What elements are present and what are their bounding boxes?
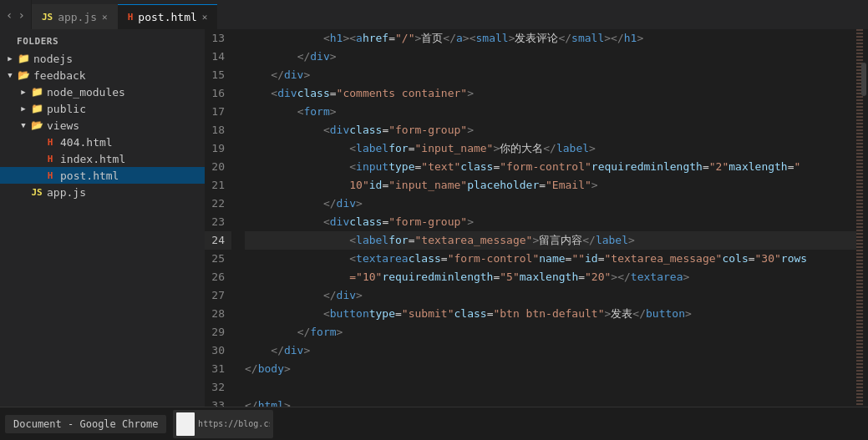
code-line-14: </div> (245, 48, 856, 66)
code-line-13: <h1><a href="/">首页</a> <small>发表评论</smal… (245, 29, 856, 48)
ln-28: 28 (205, 305, 231, 323)
nav-back[interactable]: ‹ (3, 8, 15, 22)
appjs-icon: JS (42, 12, 53, 23)
code-line-28: <button type="submit" class="btn btn-def… (245, 305, 856, 323)
ln-24: 24 (205, 231, 231, 250)
code-line-18: <div class="form-group"> (245, 121, 856, 139)
code-line-15: </div> (245, 66, 856, 84)
ln-16: 16 (205, 84, 231, 103)
tab-posthtml-close[interactable]: ✕ (202, 12, 208, 23)
code-line-25: <textarea class="form-control" name="" i… (245, 250, 856, 268)
feedback-arrow: ▼ (3, 71, 17, 79)
ln-27: 27 (205, 286, 231, 305)
code-line-22: </div> (245, 195, 856, 213)
ln-33: 33 (205, 397, 231, 407)
sidebar-item-node-modules[interactable]: ▶ 📁 node_modules (0, 83, 205, 100)
folder-icon-public: 📁 (30, 102, 43, 115)
sidebar-item-appjs[interactable]: ▶ JS app.js (0, 184, 205, 200)
ln-31: 31 (205, 360, 231, 378)
sidebar-label-404html: 404.html (60, 136, 113, 149)
taskbar-preview[interactable]: https://blog.csdn.net/weixin_4... (173, 410, 273, 438)
folder-icon-nodejs: 📁 (17, 52, 30, 65)
ln-23: 23 (205, 213, 231, 231)
code-line-19: <label for="input_name">你的大名</label> (245, 139, 856, 158)
views-arrow: ▼ (17, 121, 30, 129)
sidebar-label-feedback: feedback (33, 69, 86, 82)
sidebar-label-posthtml: post.html (60, 169, 119, 182)
code-line-30: </div> (245, 341, 856, 360)
folder-icon-views: 📂 (30, 119, 43, 132)
ln-18: 18 (205, 121, 231, 139)
sidebar-item-posthtml[interactable]: ▶ H post.html (0, 167, 205, 184)
ln-20: 20 (205, 158, 231, 176)
tab-appjs-close[interactable]: ✕ (102, 12, 108, 23)
ln-17: 17 (205, 103, 231, 121)
scroll-indicator[interactable] (856, 29, 868, 407)
tab-bar: JS app.js ✕ H post.html ✕ (32, 0, 868, 29)
public-arrow: ▶ (17, 104, 30, 113)
sidebar-item-indexhtml[interactable]: ▶ H index.html (0, 150, 205, 167)
code-line-16: <div class="comments container"> (245, 84, 856, 103)
code-line-17: <form> (245, 103, 856, 121)
code-line-33: </html> (245, 397, 856, 407)
sidebar-label-views: views (47, 119, 79, 132)
tab-posthtml-label: post.html (138, 11, 196, 23)
ln-21: 21 (205, 176, 231, 195)
sidebar-title: FOLDERS (0, 33, 205, 50)
editor-area: 13 14 15 16 17 18 19 20 21 22 23 24 25 2… (205, 29, 868, 407)
file-icon-posthtml: H (43, 169, 57, 182)
tab-posthtml[interactable]: H post.html ✕ (118, 4, 218, 29)
taskbar-preview-thumb (176, 412, 195, 436)
code-line-31: </body> (245, 360, 856, 378)
tab-appjs[interactable]: JS app.js ✕ (32, 4, 118, 29)
code-line-29: </form> (245, 323, 856, 341)
ln-29: 29 (205, 323, 231, 341)
node-modules-arrow: ▶ (17, 88, 30, 96)
sidebar-item-views[interactable]: ▼ 📂 views (0, 117, 205, 134)
code-editor[interactable]: <h1><a href="/">首页</a> <small>发表评论</smal… (238, 29, 856, 407)
sidebar-label-public: public (47, 103, 86, 115)
nav-forward[interactable]: › (15, 8, 27, 22)
sidebar-item-nodejs[interactable]: ▶ 📁 nodejs (0, 50, 205, 67)
taskbar-preview-label: https://blog.csdn.net/weixin_4... (198, 419, 270, 428)
nav-arrows: ‹ › (0, 0, 32, 29)
code-line-23: <div class="form-group"> (245, 213, 856, 231)
code-line-20: <input type="text" class="form-control" … (245, 158, 856, 176)
sidebar-label-node-modules: node_modules (47, 86, 125, 99)
code-line-24: <label for="textarea_message">留言内容</labe… (245, 231, 856, 250)
code-line-21: 10" id="input_name" placeholder="Email"> (245, 176, 856, 195)
tab-appjs-label: app.js (58, 11, 97, 23)
sidebar-item-404html[interactable]: ▶ H 404.html (0, 134, 205, 150)
sidebar-label-indexhtml: index.html (60, 153, 125, 165)
ln-30: 30 (205, 341, 231, 360)
folder-icon-feedback: 📂 (17, 68, 30, 82)
scroll-thumb[interactable] (861, 63, 866, 96)
ln-13: 13 (205, 29, 231, 48)
sidebar-item-feedback[interactable]: ▼ 📂 feedback (0, 67, 205, 83)
file-icon-indexhtml: H (43, 152, 57, 165)
ln-32: 32 (205, 378, 231, 397)
ln-14: 14 (205, 48, 231, 66)
ln-19: 19 (205, 139, 231, 158)
folder-icon-node-modules: 📁 (30, 85, 43, 99)
ln-26: 26 (205, 268, 231, 286)
file-icon-appjs: JS (30, 185, 43, 199)
line-numbers: 13 14 15 16 17 18 19 20 21 22 23 24 25 2… (205, 29, 238, 407)
code-line-27: </div> (245, 286, 856, 305)
taskbar-app[interactable]: Document - Google Chrome (5, 415, 166, 433)
code-line-26: ="10" required minlength="5" maxlength="… (245, 268, 856, 286)
sidebar-label-appjs: app.js (47, 186, 86, 199)
taskbar-app-label: Document - Google Chrome (13, 418, 158, 430)
file-icon-404html: H (43, 135, 57, 149)
ln-22: 22 (205, 195, 231, 213)
sidebar-item-public[interactable]: ▶ 📁 public (0, 100, 205, 117)
code-line-32 (245, 378, 856, 397)
nodejs-arrow: ▶ (3, 54, 17, 63)
posthtml-icon: H (128, 12, 134, 23)
ln-15: 15 (205, 66, 231, 84)
ln-25: 25 (205, 250, 231, 268)
sidebar-label-nodejs: nodejs (33, 53, 73, 65)
sidebar: FOLDERS ▶ 📁 nodejs ▼ 📂 feedback ▶ 📁 node… (0, 29, 205, 407)
